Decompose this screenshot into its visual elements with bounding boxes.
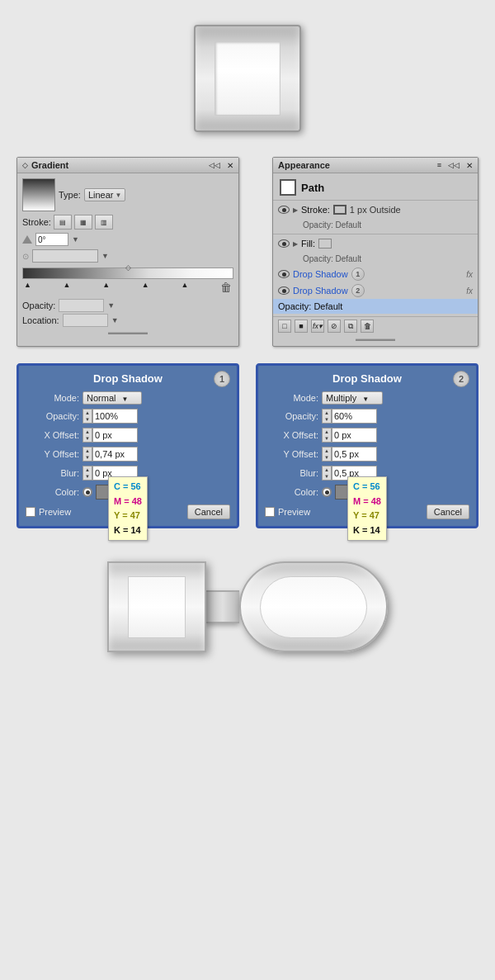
bottom-pill-shape[interactable] [239, 561, 388, 652]
fill-swatch[interactable] [318, 239, 332, 249]
ds1-fx-label: fx [466, 270, 473, 279]
stop-icon-1[interactable]: ▲ [24, 281, 31, 294]
gradient-slider-track[interactable]: ◇ [22, 267, 233, 279]
stroke-swatch[interactable] [333, 205, 346, 215]
ds2-blur-up[interactable]: ▲ [323, 466, 331, 473]
ds1-xoffset-stepper[interactable]: ▲ ▼ [82, 428, 92, 443]
opacity-input[interactable] [59, 299, 104, 312]
stroke-eye-icon[interactable] [278, 206, 290, 214]
ds2-yoffset-input[interactable]: 0,5 px [332, 447, 377, 462]
ds2-mode-select[interactable]: Multiply ▼ [322, 391, 383, 405]
ds2-blur-stepper[interactable]: ▲ ▼ [322, 466, 332, 481]
ds1-blur-stepper[interactable]: ▲ ▼ [82, 466, 92, 481]
ds2-opacity-input-wrapper: ▲ ▼ 60% [322, 409, 377, 424]
ds1-xoffset-row: X Offset: ▲ ▼ 0 px [26, 428, 230, 443]
ds1-radio-inner [86, 490, 90, 495]
ds2-xoffset-down[interactable]: ▼ [323, 435, 331, 442]
ds2-xoffset-up[interactable]: ▲ [323, 428, 331, 435]
stop-icon-3[interactable]: ▲ [102, 281, 110, 294]
opacity-arrow: ▼ [107, 301, 115, 310]
ds1-xoffset-input[interactable]: 0 px [92, 428, 138, 443]
ds-panel1-title: Drop Shadow [26, 372, 230, 385]
footer-fx-btn[interactable]: fx▾ [311, 320, 324, 333]
ds1-opacity-input[interactable]: 100% [92, 409, 138, 424]
stop-icon-2[interactable]: ▲ [64, 281, 71, 294]
sub-arrow: ▼ [101, 252, 109, 260]
footer-fill-btn[interactable]: ■ [295, 320, 308, 333]
ds1-yoffset-up[interactable]: ▲ [83, 447, 92, 454]
ds2-cancel-button[interactable]: Cancel [427, 504, 469, 519]
ds1-opacity-up[interactable]: ▲ [83, 410, 92, 416]
gradient-panel-header: ◇ Gradient ◁◁ ✕ [17, 158, 238, 173]
metallic-button[interactable] [194, 25, 301, 132]
ds1-opacity-stepper[interactable]: ▲ ▼ [82, 409, 92, 424]
ds1-cancel-button[interactable]: Cancel [187, 504, 230, 519]
gradient-delete-icon[interactable]: 🗑 [220, 281, 232, 294]
appearance-close-icon[interactable]: ✕ [466, 161, 473, 170]
appearance-collapse-icon[interactable]: ◁◁ [448, 161, 460, 170]
ds1-yoffset-input[interactable]: 0,74 px [92, 447, 138, 462]
ds2-preview-checkbox[interactable] [265, 507, 275, 517]
ds2-fx[interactable]: fx [466, 286, 473, 296]
stop-icon-5[interactable]: ▲ [181, 281, 188, 294]
fill-eye-icon[interactable] [278, 239, 290, 248]
ds1-mode-select[interactable]: Normal ▼ [82, 391, 142, 405]
ds2-eye-icon[interactable] [278, 286, 290, 295]
ds2-yoffset-row: Y Offset: ▲ ▼ 0,5 px [265, 447, 469, 462]
ds1-yoffset-down[interactable]: ▼ [83, 454, 92, 461]
ds2-blur-down[interactable]: ▼ [323, 473, 331, 480]
ds1-xoffset-label: X Offset: [26, 430, 79, 440]
ds2-xoffset-input[interactable]: 0 px [332, 428, 377, 443]
ds1-eye-icon[interactable] [278, 270, 290, 278]
footer-dup-btn[interactable]: ⧉ [344, 320, 357, 333]
drop-shadow-1-label[interactable]: Drop Shadow [293, 269, 348, 279]
ds1-preview-checkbox[interactable] [26, 507, 35, 517]
stroke-icon-2: ▦ [80, 219, 87, 226]
stroke-arrow-icon[interactable]: ▶ [293, 206, 298, 214]
ds2-opacity-input[interactable]: 60% [332, 409, 377, 424]
bottom-square-shape[interactable] [107, 561, 206, 652]
gradient-location-row: Location: ▼ [22, 314, 233, 327]
fill-arrow-icon[interactable]: ▶ [293, 240, 298, 248]
ds1-opacity-down[interactable]: ▼ [83, 416, 92, 423]
ds2-color-radio[interactable] [322, 487, 332, 497]
ds2-cmyk-m: M = 48 [353, 495, 381, 509]
stop-icon-4[interactable]: ▲ [142, 281, 149, 294]
ds1-yoffset-stepper[interactable]: ▲ ▼ [82, 447, 92, 462]
gradient-collapse-icon[interactable]: ◁◁ [209, 161, 220, 170]
location-input[interactable] [63, 314, 108, 327]
gradient-panel-body: Type: Linear ▼ Stroke: ▤ ▦ ▥ [17, 173, 238, 341]
gradient-preview-box[interactable] [22, 178, 55, 211]
ds1-blur-up[interactable]: ▲ [83, 466, 92, 473]
ds2-xoffset-stepper[interactable]: ▲ ▼ [322, 428, 332, 443]
ds1-xoffset-up[interactable]: ▲ [83, 428, 92, 435]
ds1-color-radio[interactable] [82, 487, 92, 497]
type-select[interactable]: Linear ▼ [84, 188, 126, 201]
ds1-xoffset-down[interactable]: ▼ [83, 435, 92, 442]
appearance-menu-icon[interactable]: ≡ [437, 161, 441, 170]
sub-input[interactable] [32, 249, 98, 263]
ds2-yoffset-stepper[interactable]: ▲ ▼ [322, 447, 332, 462]
bottom-connector-piece [206, 590, 239, 623]
footer-delete-btn[interactable]: 🗑 [361, 320, 374, 333]
drop-shadow-2-label[interactable]: Drop Shadow [293, 286, 348, 296]
bottom-shapes-area [0, 545, 495, 669]
angle-input[interactable]: 0° [35, 233, 68, 246]
app-path-header: Path [273, 177, 478, 198]
ds2-yoffset-up[interactable]: ▲ [323, 447, 331, 454]
ds2-yoffset-down[interactable]: ▼ [323, 454, 331, 461]
ds1-opacity-row: Opacity: ▲ ▼ 100% [26, 409, 230, 424]
stroke-btn-3[interactable]: ▥ [95, 215, 113, 230]
gradient-diamond-stop[interactable]: ◇ [125, 263, 131, 272]
ds2-opacity-down[interactable]: ▼ [323, 416, 331, 423]
stroke-btn-1[interactable]: ▤ [54, 215, 72, 230]
ds2-opacity-stepper[interactable]: ▲ ▼ [322, 409, 332, 424]
footer-no-icon[interactable]: ⊘ [328, 320, 341, 333]
ds2-opacity-up[interactable]: ▲ [323, 410, 331, 416]
bottom-pill-inner [260, 576, 367, 638]
ds1-blur-down[interactable]: ▼ [83, 473, 92, 480]
ds1-fx[interactable]: fx [466, 269, 473, 279]
stroke-btn-2[interactable]: ▦ [74, 215, 92, 230]
gradient-close-icon[interactable]: ✕ [227, 161, 233, 170]
footer-square-btn[interactable]: □ [278, 320, 291, 333]
